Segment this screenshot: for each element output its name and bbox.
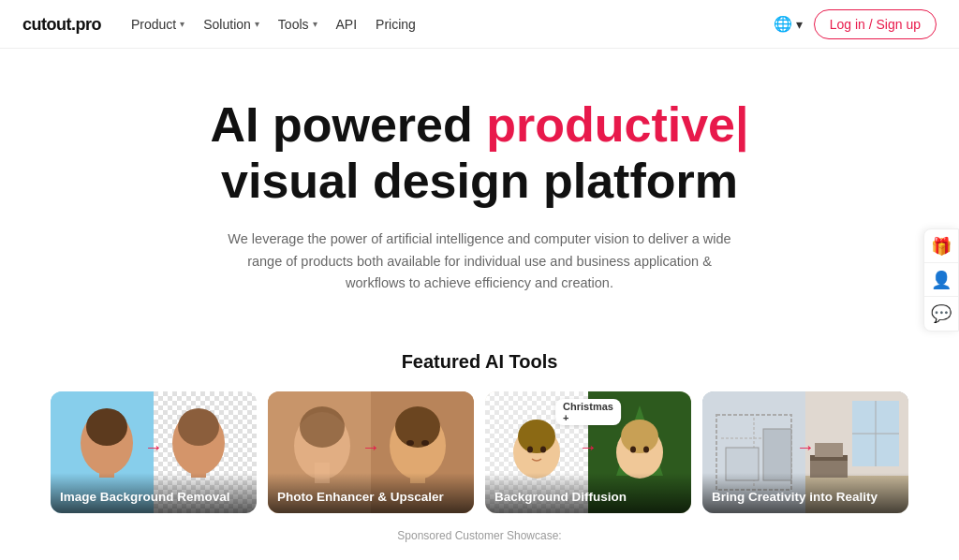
side-panel: 🎁 👤 💬 <box>923 228 959 332</box>
chevron-down-icon: ▾ <box>180 19 184 29</box>
svg-point-29 <box>527 447 533 453</box>
chevron-down-icon: ▾ <box>796 17 803 32</box>
sponsor-label: Sponsored Customer Showcase: <box>397 529 561 542</box>
language-button[interactable]: 🌐 ▾ <box>774 15 803 33</box>
chevron-down-icon: ▾ <box>313 19 317 29</box>
nav-product[interactable]: Product ▾ <box>131 17 184 32</box>
svg-point-38 <box>621 420 658 453</box>
tool-label: Photo Enhancer & Upscaler <box>268 473 474 513</box>
svg-point-15 <box>300 406 345 448</box>
nav-right: 🌐 ▾ Log in / Sign up <box>774 9 937 39</box>
tool-card-creativity[interactable]: → Bring Creativity into Reality <box>702 391 908 513</box>
tool-card-bg-diffusion[interactable]: Christmas+ → Background Diffusion <box>485 391 691 513</box>
logo[interactable]: cutout.pro <box>22 13 101 35</box>
svg-point-39 <box>630 447 636 453</box>
nav-api[interactable]: API <box>336 17 358 32</box>
tool-label: Background Diffusion <box>485 473 691 513</box>
hero-title: AI powered productive| visual design pla… <box>19 97 940 210</box>
arrow-right-icon: → <box>144 435 163 457</box>
svg-point-28 <box>518 420 555 453</box>
hero-section: AI powered productive| visual design pla… <box>0 49 959 317</box>
nav-links: Product ▾ Solution ▾ Tools ▾ API Pricing <box>131 17 774 32</box>
arrow-right-icon: → <box>579 435 598 457</box>
logo-text: cutout.pro <box>22 15 101 34</box>
feedback-button[interactable]: 💬 <box>924 297 958 331</box>
sponsor-row: Sponsored Customer Showcase: <box>0 526 959 543</box>
tool-label: Bring Creativity into Reality <box>702 473 908 513</box>
christmas-badge: Christmas+ <box>555 399 621 425</box>
translate-icon: 🌐 <box>774 15 792 33</box>
tool-card-bg-removal[interactable]: → Image Background Removal <box>51 391 257 513</box>
nav-tools[interactable]: Tools ▾ <box>278 17 317 32</box>
svg-point-21 <box>421 440 429 446</box>
svg-point-10 <box>178 408 219 446</box>
hero-subtitle: We leverage the power of artificial inte… <box>217 228 742 296</box>
svg-point-18 <box>395 406 440 448</box>
svg-point-40 <box>643 447 649 453</box>
svg-point-30 <box>540 447 546 453</box>
svg-point-7 <box>86 408 127 446</box>
featured-section: Featured AI Tools <box>0 351 959 513</box>
svg-point-20 <box>406 440 414 446</box>
gift-button[interactable]: 🎁 <box>924 229 958 263</box>
tool-card-photo-enhance[interactable]: → Photo Enhancer & Upscaler <box>268 391 474 513</box>
featured-title: Featured AI Tools <box>0 351 959 373</box>
user-button[interactable]: 👤 <box>924 263 958 297</box>
arrow-right-icon: → <box>796 435 815 457</box>
tool-label: Image Background Removal <box>51 473 257 513</box>
nav-solution[interactable]: Solution ▾ <box>203 17 259 32</box>
arrow-right-icon: → <box>361 435 380 457</box>
tools-row: → Image Background Removal <box>0 391 959 513</box>
chevron-down-icon: ▾ <box>255 19 259 29</box>
navbar: cutout.pro Product ▾ Solution ▾ Tools ▾ … <box>0 0 959 49</box>
svg-rect-55 <box>815 443 843 457</box>
nav-pricing[interactable]: Pricing <box>376 17 416 32</box>
login-button[interactable]: Log in / Sign up <box>814 9 937 39</box>
